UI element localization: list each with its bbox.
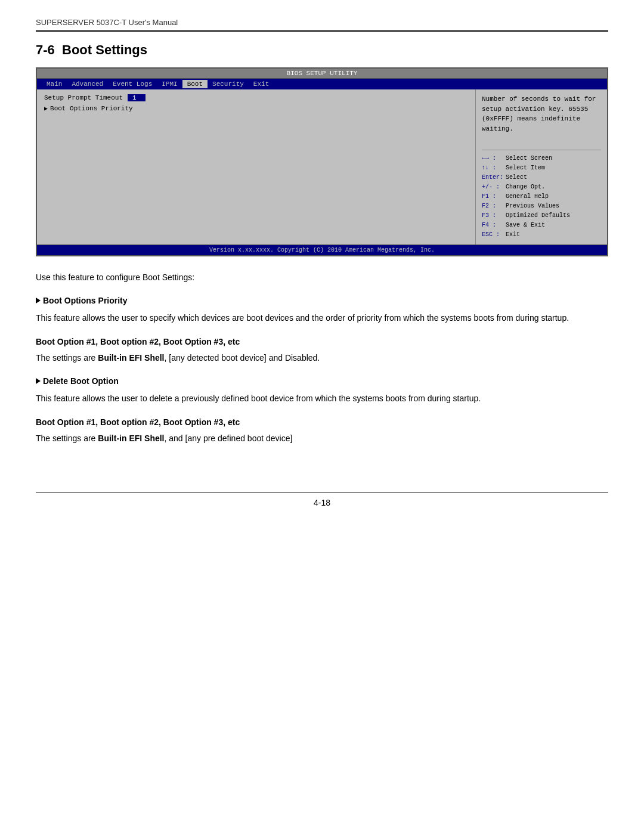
- bios-key-desc: Select Screen: [506, 154, 552, 163]
- bios-menu-boot: Boot: [182, 80, 208, 88]
- bios-divider: [482, 150, 601, 150]
- bios-key-row: +/- : Change Opt.: [482, 182, 601, 192]
- bios-menu-eventlogs: Event Logs: [108, 80, 157, 88]
- subsection-heading-boot-options: Boot Options Priority: [36, 296, 608, 305]
- bios-key-list: ←→ : Select Screen ↑↓ : Select Item Ente…: [482, 154, 601, 240]
- bios-left-panel: Setup Prompt Timeout 1 ▶ Boot Options Pr…: [37, 89, 476, 244]
- subsection-heading-label: Boot Options Priority: [43, 296, 128, 305]
- bios-title-bar: BIOS SETUP UTILITY: [37, 69, 607, 79]
- bios-key-row: Enter: Select: [482, 173, 601, 182]
- subsection-delete-boot: Delete Boot Option This feature allows t…: [36, 376, 608, 445]
- subsection-boot-options: Boot Options Priority This feature allow…: [36, 296, 608, 364]
- bios-key-desc: Previous Values: [506, 202, 559, 211]
- bold-efi-shell: Built-in EFI Shell: [98, 353, 164, 363]
- bios-key-desc: Select: [506, 173, 527, 182]
- arrow-icon: [36, 298, 41, 304]
- bios-key-row: ESC : Exit: [482, 230, 601, 240]
- bios-body: Setup Prompt Timeout 1 ▶ Boot Options Pr…: [37, 89, 607, 244]
- bios-key: Enter:: [482, 173, 503, 182]
- bios-submenu-label: Boot Options Priority: [50, 105, 133, 112]
- subsection-body-delete-boot: This feature allows the user to delete a…: [36, 392, 608, 405]
- bios-key-desc: Optimized Defaults: [506, 211, 570, 221]
- bios-screenshot: BIOS SETUP UTILITY Main Advanced Event L…: [36, 67, 608, 256]
- bios-key-row: F1 : General Help: [482, 192, 601, 202]
- bios-key: F1 :: [482, 192, 503, 202]
- bold-efi-shell-2: Built-in EFI Shell: [98, 433, 164, 443]
- bios-setting-value: 1: [128, 94, 145, 101]
- arrow-icon-2: [36, 378, 41, 384]
- bios-key-desc: Exit: [506, 230, 520, 240]
- bios-right-panel: Number of seconds to wait for setup acti…: [476, 89, 607, 244]
- bios-menu-ipmi: IPMI: [157, 80, 182, 88]
- subsection-heading-label-delete: Delete Boot Option: [43, 376, 119, 386]
- bios-key: +/- :: [482, 182, 503, 192]
- page-footer: 4-18: [36, 493, 608, 507]
- bios-help-text: Number of seconds to wait for setup acti…: [482, 94, 601, 134]
- bios-key-desc: Save & Exit: [506, 221, 545, 230]
- bios-key-desc: Select Item: [506, 163, 545, 173]
- bios-key-row: ←→ : Select Screen: [482, 154, 601, 163]
- bios-key: F2 :: [482, 202, 503, 211]
- bios-submenu-row: ▶ Boot Options Priority: [44, 105, 468, 112]
- bios-footer: Version x.xx.xxxx. Copyright (C) 2010 Am…: [37, 244, 607, 255]
- subsubsection-delete-heading: Boot Option #1, Boot option #2, Boot Opt…: [36, 417, 608, 427]
- subsubsection-delete-body: The settings are Built-in EFI Shell, and…: [36, 432, 608, 445]
- bios-key: F3 :: [482, 211, 503, 221]
- bios-key-desc: General Help: [506, 192, 549, 202]
- bios-key-row: F2 : Previous Values: [482, 202, 601, 211]
- bios-menu-bar: Main Advanced Event Logs IPMI Boot Secur…: [37, 79, 607, 89]
- bios-key-desc: Change Opt.: [506, 182, 545, 192]
- bios-key: ESC :: [482, 230, 503, 240]
- intro-text: Use this feature to configure Boot Setti…: [36, 271, 608, 284]
- header-title: SUPERSERVER 5037C-T User's Manual: [36, 18, 178, 27]
- bios-key: ←→ :: [482, 154, 503, 163]
- section-title: 7-6 Boot Settings: [36, 42, 608, 58]
- subsubsection-boot-option-heading: Boot Option #1, Boot option #2, Boot Opt…: [36, 337, 608, 346]
- bios-key-row: ↑↓ : Select Item: [482, 163, 601, 173]
- page-header: SUPERSERVER 5037C-T User's Manual: [36, 18, 608, 32]
- bios-setting-row: Setup Prompt Timeout 1: [44, 94, 468, 101]
- subsection-heading-delete-boot: Delete Boot Option: [36, 376, 608, 386]
- bios-key: ↑↓ :: [482, 163, 503, 173]
- bios-key: F4 :: [482, 221, 503, 230]
- bios-menu-exit: Exit: [249, 80, 274, 88]
- bios-key-row: F4 : Save & Exit: [482, 221, 601, 230]
- bios-setting-label: Setup Prompt Timeout: [44, 94, 128, 101]
- bios-menu-main: Main: [42, 80, 67, 88]
- subsection-body-boot-options: This feature allows the user to specify …: [36, 311, 608, 324]
- page-number: 4-18: [314, 498, 330, 507]
- bios-key-row: F3 : Optimized Defaults: [482, 211, 601, 221]
- subsubsection-boot-option-body: The settings are Built-in EFI Shell, [an…: [36, 351, 608, 364]
- bios-menu-security: Security: [208, 80, 249, 88]
- bios-menu-advanced: Advanced: [67, 80, 108, 88]
- bios-submenu-arrow: ▶: [44, 105, 48, 112]
